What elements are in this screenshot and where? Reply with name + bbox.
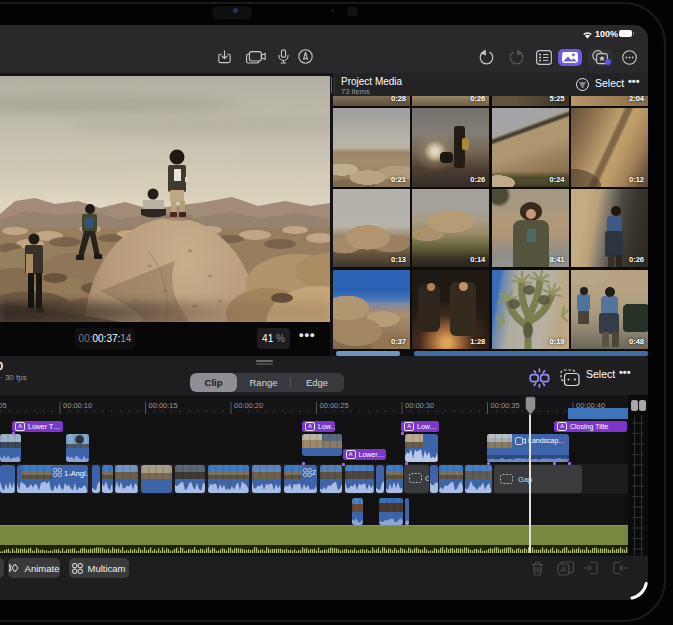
svg-text:00:00:05: 00:00:05 (0, 401, 7, 410)
svg-text:00:00:15: 00:00:15 (149, 401, 178, 410)
svg-text:00:00:20: 00:00:20 (234, 401, 263, 410)
svg-text:00:00:35: 00:00:35 (491, 401, 520, 410)
svg-text:00:00:30: 00:00:30 (405, 401, 434, 410)
svg-text:00:00:25: 00:00:25 (320, 401, 349, 410)
svg-text:00:00:10: 00:00:10 (63, 401, 92, 410)
